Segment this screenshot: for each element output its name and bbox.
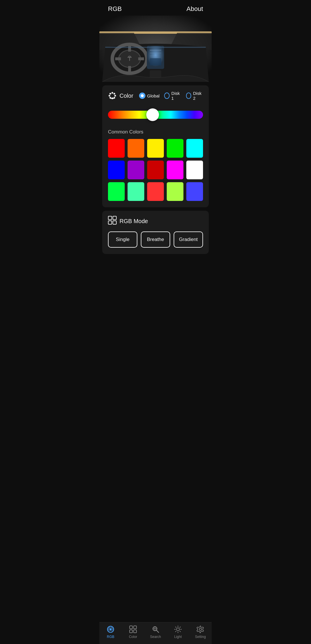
mode-buttons: Single Breathe Gradient [108,231,203,248]
nav-label-color: Color [129,635,137,639]
svg-point-33 [110,628,111,630]
mode-icon [108,216,117,226]
about-button[interactable]: About [187,5,203,13]
car-interior-svg [99,16,212,82]
color-swatch[interactable] [167,161,183,179]
svg-rect-37 [134,630,136,633]
color-wheel-icon [108,91,117,101]
svg-rect-27 [108,221,112,224]
header: RGB About [99,0,212,16]
svg-line-39 [156,630,159,632]
rgb-nav-icon [107,625,115,633]
color-swatch[interactable] [186,139,203,158]
radio-disk2[interactable]: Disk 2 [186,91,203,101]
svg-point-16 [113,93,115,95]
setting-nav-icon [196,625,204,633]
color-radio-group: Global Disk 1 Disk 2 [139,91,203,101]
radio-global-circle [139,93,145,99]
color-swatch[interactable] [128,139,144,158]
svg-line-47 [176,627,176,628]
color-swatch[interactable] [128,182,144,201]
svg-point-17 [114,95,116,97]
svg-line-49 [180,627,181,628]
mode-panel-title: RGB Mode [120,218,148,225]
radio-disk2-label: Disk 2 [193,91,203,101]
radio-global-label: Global [147,93,160,98]
search-nav-icon [151,625,160,633]
svg-rect-36 [130,630,132,633]
color-swatch[interactable] [128,161,144,179]
color-swatch[interactable] [186,182,203,201]
breathe-mode-button[interactable]: Breathe [141,231,170,248]
color-swatch[interactable] [108,139,125,158]
svg-rect-25 [108,216,112,220]
svg-point-15 [111,92,113,94]
mode-header: RGB Mode [108,216,203,226]
color-nav-icon [129,625,137,633]
color-panel-title: Color [120,93,133,99]
svg-point-42 [177,628,179,631]
nav-item-color[interactable]: Color [124,625,142,639]
light-nav-icon [174,625,182,633]
color-header: Color Global Disk 1 Disk 2 [108,91,203,101]
single-mode-button[interactable]: Single [108,231,137,248]
color-swatch[interactable] [147,161,164,179]
car-image [99,16,212,82]
nav-label-search: Search [150,635,161,639]
svg-line-50 [176,631,176,632]
svg-rect-26 [113,216,116,220]
hue-slider[interactable] [108,106,203,123]
color-swatch[interactable] [167,139,183,158]
color-swatch[interactable] [167,182,183,201]
color-swatch[interactable] [147,139,164,158]
color-grid [108,139,203,201]
svg-rect-28 [113,221,116,224]
svg-line-48 [180,631,181,632]
svg-rect-24 [112,98,113,99]
bottom-nav: RGB Color Search [99,622,212,644]
radio-disk2-circle [186,93,191,99]
svg-rect-34 [130,626,132,629]
hue-slider-track [108,111,203,119]
nav-label-setting: Setting [195,635,206,639]
nav-item-rgb[interactable]: RGB [102,625,119,639]
svg-rect-35 [134,626,136,629]
nav-item-setting[interactable]: Setting [192,625,209,639]
svg-point-51 [199,628,202,630]
mode-panel: RGB Mode Single Breathe Gradient [102,211,209,254]
color-swatch[interactable] [108,182,125,201]
svg-rect-14 [105,47,206,48]
color-panel: Color Global Disk 1 Disk 2 Common Colors [102,85,209,207]
color-swatch[interactable] [147,182,164,201]
header-title: RGB [108,5,122,13]
svg-point-21 [109,95,110,97]
hue-slider-thumb[interactable] [146,108,159,121]
nav-item-search[interactable]: Search [147,625,164,639]
svg-rect-12 [150,58,161,65]
radio-disk1[interactable]: Disk 1 [164,91,181,101]
nav-label-rgb: RGB [107,635,114,639]
radio-global[interactable]: Global [139,93,160,99]
gradient-mode-button[interactable]: Gradient [174,231,203,248]
nav-label-light: Light [174,635,182,639]
radio-disk1-label: Disk 1 [171,91,181,101]
svg-point-22 [109,93,111,95]
nav-item-light[interactable]: Light [169,625,187,639]
color-swatch[interactable] [108,161,125,179]
common-colors-label: Common Colors [108,129,203,135]
radio-disk1-circle [164,93,170,99]
color-swatch[interactable] [186,161,203,179]
